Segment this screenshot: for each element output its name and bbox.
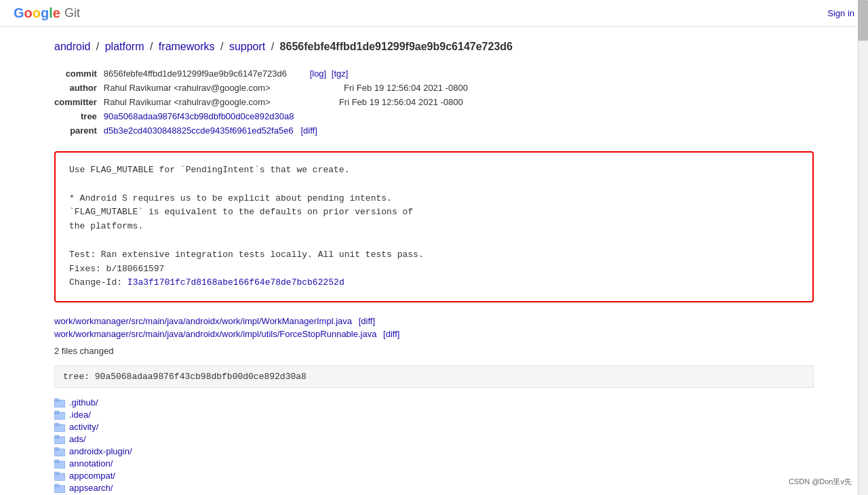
committer-value: Rahul Ravikumar <rahulrav@google.com> — [104, 97, 271, 107]
tree-label: tree — [54, 109, 104, 123]
change-id-link[interactable]: I3a3f1701fc7d8168abe166f64e78de7bcb62252… — [127, 277, 344, 288]
csdn-watermark: CSDN @Don里v先 — [786, 475, 854, 488]
separator-4: / — [271, 41, 277, 52]
diff-link[interactable]: [diff] — [300, 125, 317, 136]
change-id-prefix: Change-Id: — [69, 277, 127, 288]
author-label: author — [54, 81, 104, 95]
commit-msg-line5: the platforms. — [69, 220, 799, 234]
folder-link[interactable]: appcompat/ — [69, 471, 115, 481]
list-item: .idea/ — [54, 410, 814, 420]
author-value: Rahul Ravikumar <rahulrav@google.com> — [104, 83, 271, 93]
committer-label: committer — [54, 95, 104, 109]
parent-row: parent d5b3e2cd4030848825ccde9435f6961ed… — [54, 123, 473, 138]
commit-info: commit 8656febfe4ffbd1de91299f9ae9b9c614… — [54, 66, 814, 138]
file-line-2: work/workmanager/src/main/java/androidx/… — [54, 329, 814, 339]
commit-msg-line1: Use FLAG_MUTABLE for `PendingIntent`s th… — [69, 163, 799, 178]
svg-rect-2 — [54, 399, 59, 401]
files-count: 2 files changed — [54, 346, 814, 356]
folder-icon — [54, 410, 65, 420]
svg-rect-6 — [54, 411, 59, 414]
author-row: author Rahul Ravikumar <rahulrav@google.… — [54, 81, 473, 95]
commit-value-cell: 8656febfe4ffbd1de91299f9ae9b9c6147e723d6… — [104, 66, 473, 81]
list-item: appcompat/ — [54, 471, 814, 481]
folder-link[interactable]: androidx-plugin/ — [69, 446, 132, 456]
header: Google Git Sign in — [0, 0, 868, 27]
google-logo: Google — [14, 5, 60, 21]
folder-icon — [54, 398, 65, 408]
committer-date: Fri Feb 19 12:56:04 2021 -0800 — [339, 97, 463, 107]
svg-rect-10 — [54, 423, 59, 426]
svg-rect-22 — [54, 460, 59, 462]
breadcrumb-android[interactable]: android — [54, 41, 90, 52]
scrollbar-thumb[interactable] — [858, 0, 868, 41]
folder-link[interactable]: annotation/ — [69, 458, 113, 469]
parent-link[interactable]: d5b3e2cd4030848825ccde9435f6961ed52fa5e6 — [104, 125, 294, 136]
svg-rect-30 — [54, 484, 59, 487]
author-value-cell: Rahul Ravikumar <rahulrav@google.com> Fr… — [104, 81, 473, 95]
folder-link[interactable]: .github/ — [69, 397, 98, 408]
list-item: activity/ — [54, 422, 814, 432]
list-item: appsearch/ — [54, 483, 814, 493]
file1-link[interactable]: work/workmanager/src/main/java/androidx/… — [54, 316, 352, 326]
tgz-link[interactable]: [tgz] — [332, 68, 349, 79]
breadcrumb: android / platform / frameworks / suppor… — [54, 41, 814, 53]
folder-icon — [54, 447, 65, 456]
folder-icon — [54, 471, 65, 481]
file1-diff-link[interactable]: [diff] — [359, 316, 375, 326]
commit-msg-line7: Test: Ran extensive integration tests lo… — [69, 248, 799, 262]
list-item: androidx-plugin/ — [54, 446, 814, 456]
file2-diff-link[interactable]: [diff] — [383, 329, 399, 339]
folder-icon — [54, 435, 65, 444]
folder-icon — [54, 483, 65, 493]
folder-link[interactable]: ads/ — [69, 434, 86, 444]
breadcrumb-commit-hash: 8656febfe4ffbd1de91299f9ae9b9c6147e723d6 — [280, 41, 513, 52]
author-date: Fri Feb 19 12:56:04 2021 -0800 — [344, 83, 468, 93]
commit-msg-line3: * Android S requires us to be explicit a… — [69, 192, 799, 206]
file-listing: .github/ .idea/ activity/ ads/ androidx-… — [54, 397, 814, 495]
committer-value-cell: Rahul Ravikumar <rahulrav@google.com> Fr… — [104, 95, 473, 109]
log-link[interactable]: [log] — [310, 68, 327, 79]
breadcrumb-platform[interactable]: platform — [105, 41, 144, 52]
separator-1: / — [96, 41, 102, 52]
parent-label: parent — [54, 123, 104, 138]
commit-msg-line9: Change-Id: I3a3f1701fc7d8168abe166f64e78… — [69, 276, 799, 290]
folder-icon — [54, 422, 65, 432]
list-item: .github/ — [54, 397, 814, 408]
commit-message-box: Use FLAG_MUTABLE for `PendingIntent`s th… — [54, 151, 814, 302]
main-content: android / platform / frameworks / suppor… — [27, 27, 841, 495]
svg-rect-26 — [54, 472, 59, 475]
separator-3: / — [220, 41, 226, 52]
breadcrumb-frameworks[interactable]: frameworks — [159, 41, 215, 52]
tree-info-box: tree: 90a5068adaa9876f43cb98dbfb00d0ce89… — [54, 365, 814, 388]
files-changed: work/workmanager/src/main/java/androidx/… — [54, 316, 814, 339]
list-item: ads/ — [54, 434, 814, 444]
logo: Google Git — [14, 5, 80, 21]
list-item: annotation/ — [54, 458, 814, 469]
parent-value-cell: d5b3e2cd4030848825ccde9435f6961ed52fa5e6… — [104, 123, 473, 138]
commit-msg-line8: Fixes: b/180661597 — [69, 262, 799, 277]
sign-in-link[interactable]: Sign in — [827, 8, 854, 18]
scrollbar[interactable] — [858, 0, 868, 495]
folder-link[interactable]: activity/ — [69, 422, 98, 432]
git-text: Git — [64, 6, 80, 20]
log-tgz-links: [log] [tgz] — [310, 68, 351, 79]
folder-link[interactable]: appsearch/ — [69, 483, 113, 493]
tree-value-cell: 90a5068adaa9876f43cb98dbfb00d0ce892d30a8 — [104, 109, 473, 123]
svg-rect-18 — [54, 448, 59, 450]
commit-hash-value: 8656febfe4ffbd1de91299f9ae9b9c6147e723d6 — [104, 68, 287, 79]
folder-link[interactable]: .idea/ — [69, 410, 91, 420]
file-line-1: work/workmanager/src/main/java/androidx/… — [54, 316, 814, 326]
tree-link[interactable]: 90a5068adaa9876f43cb98dbfb00d0ce892d30a8 — [104, 111, 294, 121]
committer-row: committer Rahul Ravikumar <rahulrav@goog… — [54, 95, 473, 109]
commit-info-table: commit 8656febfe4ffbd1de91299f9ae9b9c614… — [54, 66, 473, 138]
file2-link[interactable]: work/workmanager/src/main/java/androidx/… — [54, 329, 376, 339]
separator-2: / — [150, 41, 156, 52]
commit-msg-line4: `FLAG_MUTABLE` is equivalent to the defa… — [69, 205, 799, 220]
commit-label: commit — [54, 66, 104, 81]
folder-icon — [54, 459, 65, 469]
svg-rect-14 — [54, 435, 59, 438]
breadcrumb-support[interactable]: support — [229, 41, 265, 52]
commit-row: commit 8656febfe4ffbd1de91299f9ae9b9c614… — [54, 66, 473, 81]
tree-row: tree 90a5068adaa9876f43cb98dbfb00d0ce892… — [54, 109, 473, 123]
